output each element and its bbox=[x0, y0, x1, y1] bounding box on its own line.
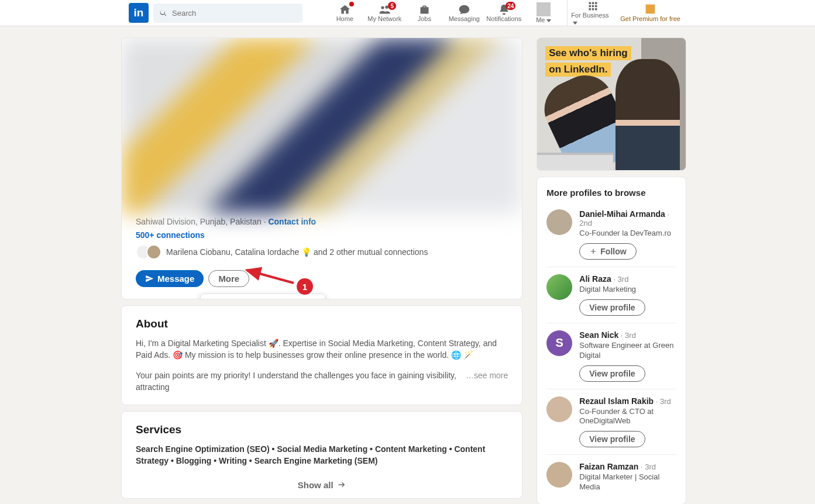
sidebar-ad[interactable]: See who's hiring on LinkedIn. bbox=[537, 37, 686, 171]
ad-line-2: on LinkedIn. bbox=[545, 63, 611, 77]
see-more-link[interactable]: …see more bbox=[466, 370, 508, 393]
cover-photo bbox=[122, 38, 522, 213]
profile-suggestion: Ali Raza · 3rd Digital Marketing View pr… bbox=[546, 267, 676, 323]
show-all-services[interactable]: Show all bbox=[122, 472, 522, 498]
mutual-avatars bbox=[136, 244, 161, 260]
profile-degree: · 3rd bbox=[613, 275, 628, 284]
profile-headline: Digital Marketer | Social Media bbox=[579, 472, 676, 492]
notifications-badge: 24 bbox=[505, 2, 515, 10]
profile-name[interactable]: Rezaul Islam Rakib bbox=[579, 396, 654, 406]
more-send-profile[interactable]: Send profile in a message bbox=[201, 298, 325, 299]
profile-name[interactable]: Daniel-Mihai Armanda bbox=[579, 209, 665, 219]
section-title: Services bbox=[136, 423, 508, 436]
services-card: Services Search Engine Optimization (SEO… bbox=[121, 411, 522, 499]
profile-suggestion: S Sean Nick · 3rd Software Engineer at G… bbox=[546, 323, 676, 389]
network-badge: 5 bbox=[388, 2, 396, 10]
follow-button[interactable]: Follow bbox=[579, 243, 636, 260]
view-profile-button[interactable]: View profile bbox=[579, 431, 645, 447]
nav-notifications[interactable]: 24 Notifications bbox=[484, 0, 524, 26]
primary-nav: Home 5 My Network Jobs Messaging 24 Noti… bbox=[325, 0, 686, 26]
svg-line-1 bbox=[247, 270, 294, 283]
search-input[interactable] bbox=[172, 9, 297, 18]
profile-headline: Co-Founder & CTO at OneDigitalWeb bbox=[579, 407, 676, 427]
ad-laptop bbox=[537, 153, 613, 170]
ad-line-1: See who's hiring bbox=[545, 46, 631, 60]
view-profile-button[interactable]: View profile bbox=[579, 365, 645, 382]
about-text: Hi, I'm a Digital Marketing Specialist 🚀… bbox=[136, 337, 508, 361]
about-text-2: Your pain points are my priority! I unde… bbox=[136, 370, 508, 393]
nav-messaging[interactable]: Messaging bbox=[444, 0, 484, 26]
avatar[interactable]: S bbox=[546, 330, 572, 356]
nav-label: Me bbox=[536, 16, 551, 23]
view-profile-button[interactable]: View profile bbox=[579, 299, 645, 316]
profile-degree: · 3rd bbox=[656, 397, 671, 406]
nav-label: Notifications bbox=[486, 15, 521, 22]
plus-icon bbox=[589, 247, 597, 256]
nav-divider bbox=[567, 0, 568, 26]
nav-me[interactable]: Me bbox=[524, 0, 563, 26]
about-card: About Hi, I'm a Digital Marketing Specia… bbox=[121, 305, 522, 405]
nav-label: Messaging bbox=[449, 15, 480, 22]
avatar[interactable] bbox=[546, 462, 572, 488]
profile-suggestion: Daniel-Mihai Armanda · 2nd Co-Founder la… bbox=[546, 202, 676, 267]
annotation-step-1: 1 bbox=[297, 278, 313, 295]
avatar[interactable] bbox=[546, 396, 572, 422]
nav-business[interactable]: For Business bbox=[571, 0, 614, 26]
me-avatar-icon bbox=[537, 2, 551, 16]
nav-label: Jobs bbox=[418, 15, 431, 22]
nav-label: My Network bbox=[367, 15, 401, 22]
profile-name[interactable]: Ali Raza bbox=[579, 274, 611, 284]
chevron-down-icon bbox=[546, 19, 551, 22]
nav-jobs[interactable]: Jobs bbox=[404, 0, 444, 26]
send-icon bbox=[145, 274, 154, 283]
services-text: Search Engine Optimization (SEO) • Socia… bbox=[136, 443, 508, 467]
profile-degree: · 3rd bbox=[621, 331, 636, 340]
profile-suggestion: Faizan Ramzan · 3rd Digital Marketer | S… bbox=[546, 455, 676, 499]
profile-name[interactable]: Sean Nick bbox=[579, 330, 618, 340]
home-badge bbox=[349, 2, 354, 6]
section-title: About bbox=[136, 317, 508, 330]
search-icon bbox=[159, 9, 167, 17]
global-header: in Home 5 My Network Jobs Messaging 24 N… bbox=[0, 0, 815, 26]
profile-name[interactable]: Faizan Ramzan bbox=[579, 462, 638, 471]
sidebar-section-title: More profiles to browse bbox=[537, 177, 686, 202]
grid-icon bbox=[587, 0, 599, 12]
nav-network[interactable]: 5 My Network bbox=[364, 0, 404, 26]
contact-info-link[interactable]: Contact info bbox=[268, 217, 316, 226]
avatar[interactable] bbox=[546, 274, 572, 300]
search-box[interactable] bbox=[153, 4, 302, 23]
more-profiles-card: More profiles to browse Daniel-Mihai Arm… bbox=[537, 177, 686, 504]
message-button[interactable]: Message bbox=[136, 270, 204, 287]
profile-degree: · 3rd bbox=[641, 462, 656, 471]
mutual-text: Marilena Ciobanu, Catalina Iordache 💡 an… bbox=[166, 247, 428, 257]
mutual-connections[interactable]: Marilena Ciobanu, Catalina Iordache 💡 an… bbox=[136, 244, 508, 260]
briefcase-icon bbox=[418, 4, 431, 16]
ad-figure bbox=[615, 59, 680, 170]
connections-link[interactable]: 500+ connections bbox=[136, 230, 205, 240]
profile-card: Sahiwal Division, Punjab, Pakistan · Con… bbox=[121, 37, 522, 299]
profile-headline: Co-Founder la DevTeam.ro bbox=[579, 229, 676, 239]
profile-headline: Software Engineer at Green Digital bbox=[579, 341, 676, 361]
premium-icon bbox=[644, 3, 656, 15]
profile-headline: Digital Marketing bbox=[579, 285, 645, 295]
avatar[interactable] bbox=[546, 209, 572, 235]
avatar bbox=[146, 244, 161, 260]
premium-link[interactable]: Get Premium for free bbox=[620, 15, 680, 23]
linkedin-logo[interactable]: in bbox=[129, 3, 149, 23]
nav-label: For Business bbox=[571, 12, 614, 26]
nav-label: Home bbox=[336, 15, 353, 22]
annotation-arrow-1 bbox=[241, 260, 300, 289]
profile-suggestion: Rezaul Islam Rakib · 3rd Co-Founder & CT… bbox=[546, 389, 676, 455]
nav-home[interactable]: Home bbox=[325, 0, 364, 26]
svg-rect-0 bbox=[646, 4, 655, 13]
chat-icon bbox=[458, 4, 470, 16]
arrow-right-icon bbox=[337, 480, 346, 489]
location-line: Sahiwal Division, Punjab, Pakistan · Con… bbox=[136, 217, 508, 226]
profile-actions: Message More 1 Send profile in a message bbox=[136, 270, 508, 287]
chevron-down-icon bbox=[573, 22, 577, 25]
nav-premium[interactable]: Get Premium for free bbox=[614, 0, 686, 26]
